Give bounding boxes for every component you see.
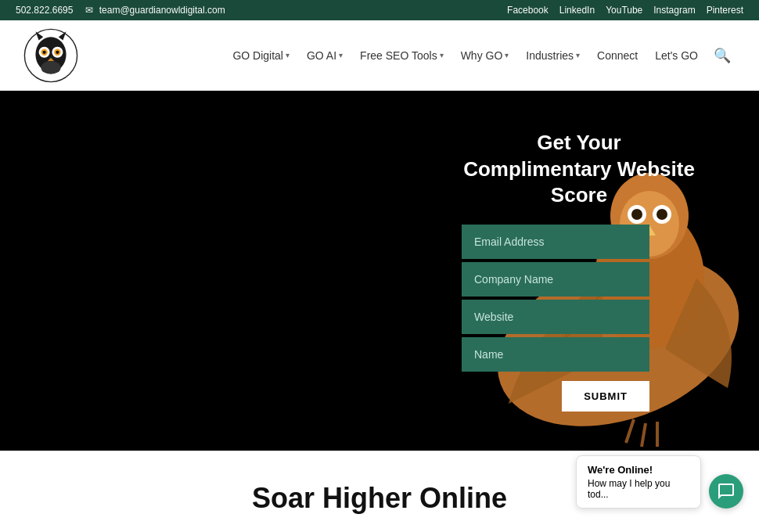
chat-online-label: We're Online! [588,464,689,476]
email-input[interactable] [462,225,649,259]
nav-connect[interactable]: Connect [591,45,644,66]
nav-free-seo-tools[interactable]: Free SEO Tools ▾ [354,45,450,66]
pinterest-link[interactable]: Pinterest [707,5,743,16]
email-icon: ✉ [85,5,93,16]
nav-industries[interactable]: Industries ▾ [520,45,586,66]
chat-open-button[interactable] [709,474,743,509]
instagram-link[interactable]: Instagram [653,5,695,16]
svg-point-9 [56,50,59,53]
hero-title: Get Your Complimentary Website Score [462,130,696,209]
hero-section: Get Your Complimentary Website Score SUB… [0,91,759,451]
nav-lets-go[interactable]: Let's GO [649,45,704,66]
logo[interactable] [23,28,78,83]
chat-bubble: We're Online! How may I help you tod... [576,455,701,509]
svg-point-8 [43,50,46,53]
nav-go-digital[interactable]: GO Digital ▾ [226,45,296,66]
youtube-link[interactable]: YouTube [606,5,642,16]
nav-go-ai[interactable]: GO AI ▾ [300,45,349,66]
name-input[interactable] [462,337,649,372]
company-name-input[interactable] [462,262,649,297]
linkedin-link[interactable]: LinkedIn [559,5,595,16]
search-button[interactable]: 🔍 [709,42,736,69]
caret-icon: ▾ [505,51,509,59]
nav-links: GO Digital ▾ GO AI ▾ Free SEO Tools ▾ Wh… [226,42,736,69]
phone-number: 502.822.6695 [16,5,73,16]
website-score-form: SUBMIT [462,225,649,372]
main-nav: GO Digital ▾ GO AI ▾ Free SEO Tools ▾ Wh… [0,20,759,91]
caret-icon: ▾ [440,51,444,59]
chat-help-text: How may I help you tod... [588,478,689,500]
hero-content: Get Your Complimentary Website Score SUB… [462,130,696,412]
caret-icon: ▾ [286,51,290,59]
chat-widget: We're Online! How may I help you tod... [576,455,743,509]
social-links: Facebook LinkedIn YouTube Instagram Pint… [507,5,743,16]
submit-button[interactable]: SUBMIT [562,381,649,412]
svg-point-11 [41,61,60,74]
caret-icon: ▾ [576,51,580,59]
svg-line-21 [626,419,634,443]
svg-line-22 [642,423,646,447]
top-bar-left: 502.822.6695 ✉ team@guardianowldigital.c… [16,5,225,16]
caret-icon: ▾ [339,51,343,59]
facebook-link[interactable]: Facebook [507,5,549,16]
website-input[interactable] [462,300,649,334]
top-bar: 502.822.6695 ✉ team@guardianowldigital.c… [0,0,759,20]
chat-icon [717,482,736,501]
nav-why-go[interactable]: Why GO ▾ [455,45,516,66]
email-link[interactable]: ✉ team@guardianowldigital.com [85,5,225,16]
